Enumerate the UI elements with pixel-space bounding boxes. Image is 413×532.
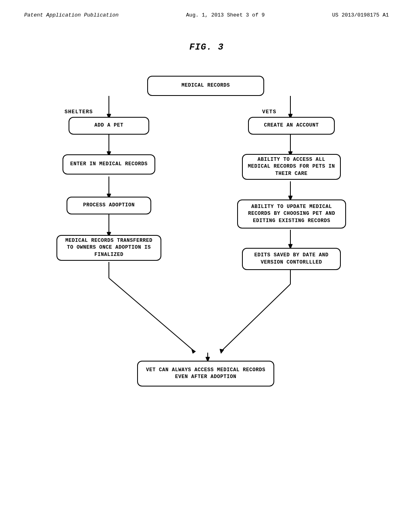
label-vets: VETS bbox=[262, 109, 276, 115]
box-enter-medical-records: ENTER IN MEDICAL RECORDS bbox=[63, 154, 155, 175]
diagram: MEDICAL RECORDS SHELTERS VETS ADD A PET … bbox=[24, 69, 389, 431]
svg-marker-21 bbox=[220, 349, 224, 353]
label-shelters: SHELTERS bbox=[65, 109, 93, 115]
box-create-account: CREATE AN ACCOUNT bbox=[248, 117, 335, 135]
box-edits-saved: EDITS SAVED BY DATE AND VERSION CONTORLL… bbox=[242, 248, 341, 270]
box-add-a-pet: ADD A PET bbox=[69, 117, 149, 135]
header-center: Aug. 1, 2013 Sheet 3 of 9 bbox=[186, 12, 265, 18]
box-ability-update: ABILITY TO UPDATE MEDICAL RECORDS BY CHO… bbox=[237, 200, 346, 229]
box-vet-can-access: VET CAN ALWAYS ACCESS MEDICAL RECORDS EV… bbox=[137, 361, 274, 387]
header-right: US 2013/0198175 A1 bbox=[332, 12, 389, 18]
header-left: Patent Application Publication bbox=[24, 12, 119, 18]
svg-line-17 bbox=[109, 278, 194, 351]
page: Patent Application Publication Aug. 1, 2… bbox=[0, 0, 413, 532]
page-header: Patent Application Publication Aug. 1, 2… bbox=[24, 12, 389, 18]
svg-marker-18 bbox=[192, 349, 196, 353]
svg-line-20 bbox=[222, 284, 290, 351]
figure-title: FIG. 3 bbox=[24, 42, 389, 52]
box-process-adoption: PROCESS ADOPTION bbox=[67, 197, 151, 214]
box-ability-access: ABILITY TO ACCESS ALL MEDICAL RECORDS FO… bbox=[242, 154, 341, 180]
box-medical-records: MEDICAL RECORDS bbox=[147, 76, 264, 96]
box-medical-records-transferred: MEDICAL RECORDS TRANSFERRED TO OWNERS ON… bbox=[56, 235, 161, 261]
